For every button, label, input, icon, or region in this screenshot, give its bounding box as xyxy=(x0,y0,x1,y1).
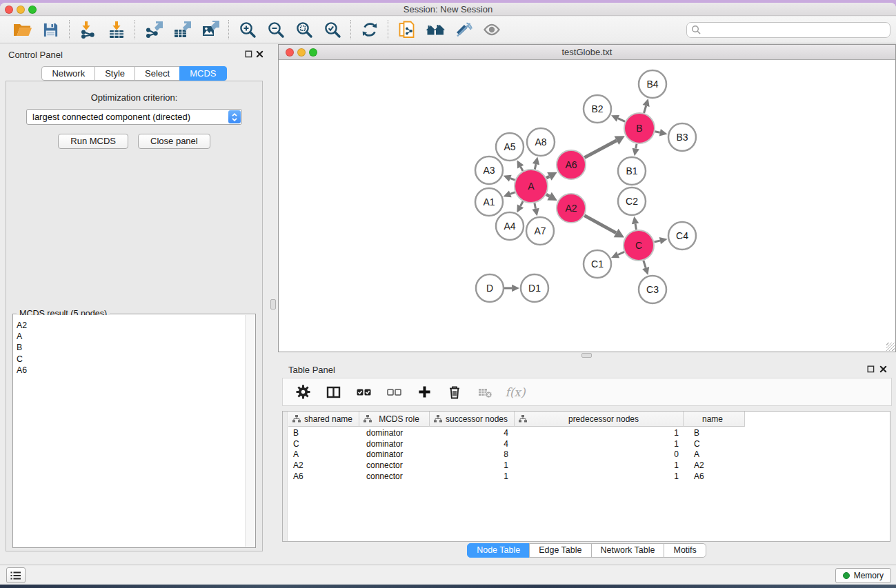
run-mcds-button[interactable]: Run MCDS xyxy=(58,134,128,149)
import-network-button[interactable] xyxy=(74,19,102,41)
refresh-layout-button[interactable] xyxy=(355,19,384,41)
graph-node-C[interactable]: C xyxy=(624,230,654,261)
table-settings-button[interactable] xyxy=(295,385,311,399)
result-item-a6[interactable]: A6 xyxy=(17,365,255,376)
graph-edge-A-A8[interactable] xyxy=(535,164,536,169)
graph-node-C2[interactable]: C2 xyxy=(618,187,646,215)
show-columns-button[interactable] xyxy=(325,385,341,399)
graph-edge-B-B3[interactable] xyxy=(655,132,660,133)
float-panel-icon[interactable] xyxy=(245,50,252,58)
graph-edge-B-B2[interactable] xyxy=(618,119,625,122)
graph-edge-A-A5[interactable] xyxy=(521,167,523,171)
float-panel-icon[interactable] xyxy=(867,365,875,373)
graph-edge-C-C3[interactable] xyxy=(644,261,646,268)
show-panels-button[interactable] xyxy=(6,567,26,583)
table-row-a[interactable]: Adominator80A xyxy=(288,449,890,460)
graph-edge-B-B1[interactable] xyxy=(636,144,637,149)
column-header-MCDS-role[interactable]: MCDS role xyxy=(359,412,430,427)
show-hide-button[interactable] xyxy=(477,19,506,41)
zoom-fit-button[interactable] xyxy=(290,19,318,41)
graph-node-C4[interactable]: C4 xyxy=(668,222,696,250)
graph-edge-A-A7[interactable] xyxy=(535,203,536,209)
export-image-button[interactable] xyxy=(196,19,224,41)
graph-node-B2[interactable]: B2 xyxy=(584,95,611,123)
graph-node-C1[interactable]: C1 xyxy=(584,250,611,278)
vertical-splitter[interactable] xyxy=(269,43,278,565)
graph-edge-B-B4[interactable] xyxy=(644,106,646,113)
close-panel-button[interactable]: Close panel xyxy=(138,134,210,149)
tab-mcds[interactable]: MCDS xyxy=(179,66,226,81)
table-row-b[interactable]: Bdominator41B xyxy=(288,427,890,438)
graph-edge-A-A3[interactable] xyxy=(510,179,515,181)
apply-function-button[interactable]: f(x) xyxy=(507,385,524,399)
add-column-button[interactable] xyxy=(416,385,432,398)
column-header-name[interactable]: name xyxy=(684,412,745,427)
graph-edge-A-A4[interactable] xyxy=(521,201,524,206)
graph-node-A6[interactable]: A6 xyxy=(557,150,586,179)
tab-edge-table[interactable]: Edge Table xyxy=(529,543,591,558)
import-table-button[interactable] xyxy=(102,19,130,41)
column-header-shared-name[interactable]: shared name xyxy=(288,412,359,427)
graph-node-D[interactable]: D xyxy=(476,274,504,302)
delete-table-button[interactable] xyxy=(477,386,493,398)
network-graph[interactable]: AA6A2BCA5A8A3A1A4A7B2B4B3B1C2C4C1C3DD1 xyxy=(279,60,895,352)
network-canvas[interactable]: AA6A2BCA5A8A3A1A4A7B2B4B3B1C2C4C1C3DD1 xyxy=(279,60,895,352)
graph-node-A5[interactable]: A5 xyxy=(496,133,524,161)
graph-node-A[interactable]: A xyxy=(515,170,548,203)
graph-edge-C-C2[interactable] xyxy=(635,224,636,230)
window-resize-handle[interactable] xyxy=(886,343,895,351)
close-panel-icon[interactable] xyxy=(879,365,887,373)
graph-node-C3[interactable]: C3 xyxy=(639,276,666,303)
result-item-a[interactable]: A xyxy=(17,331,255,342)
graph-node-A8[interactable]: A8 xyxy=(527,128,555,156)
network-window-titlebar[interactable]: testGlobe.txt xyxy=(279,45,895,60)
main-titlebar[interactable]: Session: New Session xyxy=(0,3,896,16)
unselect-all-button[interactable] xyxy=(386,387,402,397)
graph-node-A1[interactable]: A1 xyxy=(475,188,503,216)
table-row-c[interactable]: Cdominator41C xyxy=(288,438,890,449)
tab-network[interactable]: Network xyxy=(41,66,95,81)
horizontal-splitter[interactable] xyxy=(278,352,896,358)
tab-network-table[interactable]: Network Table xyxy=(591,543,665,558)
memory-button[interactable]: Memory xyxy=(835,568,891,583)
result-item-b[interactable]: B xyxy=(17,342,255,353)
column-header-successor-nodes[interactable]: successor nodes xyxy=(430,412,515,427)
close-panel-icon[interactable] xyxy=(256,50,263,58)
graph-edge-A-A6[interactable] xyxy=(546,176,549,178)
result-item-c[interactable]: C xyxy=(17,354,255,365)
tab-style[interactable]: Style xyxy=(94,66,135,81)
graph-node-B4[interactable]: B4 xyxy=(639,70,666,98)
home-view-button[interactable] xyxy=(421,19,449,41)
open-session-button[interactable] xyxy=(8,19,37,41)
tab-motifs[interactable]: Motifs xyxy=(664,543,706,558)
toggle-graphics-details-button[interactable] xyxy=(449,19,477,41)
graph-node-A2[interactable]: A2 xyxy=(557,194,586,223)
tab-select[interactable]: Select xyxy=(135,66,180,81)
graph-edge-A6-B[interactable] xyxy=(584,141,617,158)
zoom-selected-button[interactable] xyxy=(318,19,346,41)
result-list-scrollbar[interactable] xyxy=(245,315,255,547)
graph-node-B1[interactable]: B1 xyxy=(618,157,646,185)
tab-node-table[interactable]: Node Table xyxy=(467,543,530,558)
delete-column-button[interactable] xyxy=(446,385,463,399)
result-item-a2[interactable]: A2 xyxy=(17,320,255,331)
save-session-button[interactable] xyxy=(37,19,65,41)
graph-node-A4[interactable]: A4 xyxy=(496,212,524,240)
select-all-button[interactable] xyxy=(355,387,372,397)
new-network-from-selection-button[interactable] xyxy=(392,19,421,41)
column-header-predecessor-nodes[interactable]: predecessor nodes xyxy=(515,412,684,427)
graph-edge-A-A1[interactable] xyxy=(510,192,515,194)
export-table-button[interactable] xyxy=(168,19,196,41)
graph-edge-C-C1[interactable] xyxy=(618,252,624,254)
graph-node-A3[interactable]: A3 xyxy=(475,156,503,184)
table-row-a6[interactable]: A6connector11A6 xyxy=(288,471,890,482)
graph-edge-A-A2[interactable] xyxy=(546,194,550,196)
graph-edge-C-C4[interactable] xyxy=(654,241,659,242)
mcds-result-list[interactable]: A2ABCA6 xyxy=(14,315,255,547)
splitter-grip[interactable] xyxy=(270,299,276,310)
table-row-a2[interactable]: A2connector11A2 xyxy=(288,460,890,471)
zoom-in-button[interactable] xyxy=(233,19,261,41)
graph-node-A7[interactable]: A7 xyxy=(526,217,554,245)
graph-node-B3[interactable]: B3 xyxy=(668,123,696,151)
graph-node-B[interactable]: B xyxy=(624,113,655,143)
